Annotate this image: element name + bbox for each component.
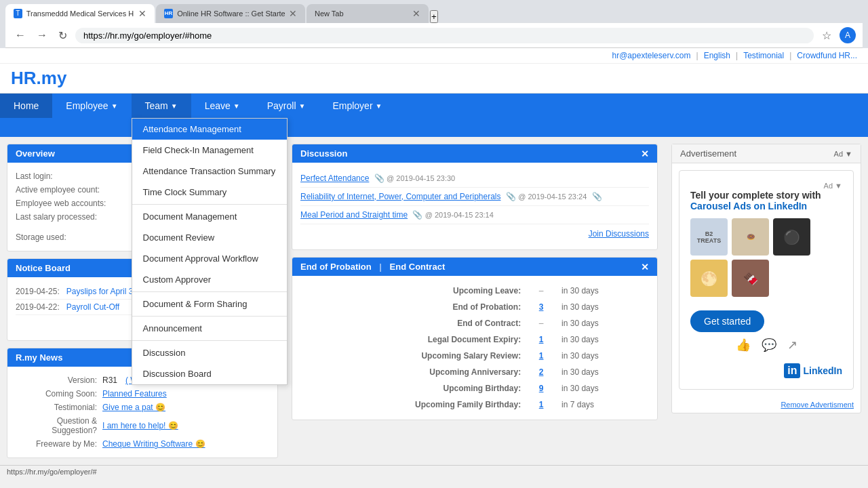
right-panel: Advertisement Ad ▼ Ad ▼ Tell your comple… xyxy=(665,137,868,465)
disc-link-3[interactable]: Meal Period and Straight time xyxy=(300,210,408,220)
disc-entry-2: Reliability of Internet, Power, Computer… xyxy=(300,188,649,206)
upcoming-sep: | xyxy=(379,262,382,272)
upcoming-val-4[interactable]: 1 xyxy=(526,348,556,364)
top-bar-email[interactable]: hr@apexteleserv.com xyxy=(612,51,691,60)
page-highlight-bar xyxy=(0,118,868,137)
nav-home-label: Home xyxy=(14,100,39,111)
new-tab-button[interactable]: + xyxy=(430,10,438,23)
disc-link-2[interactable]: Reliability of Internet, Power, Computer… xyxy=(300,192,500,201)
question-value[interactable]: I am here to help! 😊 xyxy=(102,421,178,430)
news-title: R.my News xyxy=(16,352,62,363)
carousel-img-1: B2TREATS xyxy=(690,218,728,256)
linkedin-logo: in LinkedIn xyxy=(690,358,842,378)
upcoming-title: End Contract xyxy=(390,262,446,272)
share-icon[interactable]: ↗ xyxy=(787,338,797,352)
refresh-button[interactable]: ↻ xyxy=(56,28,70,43)
nav-employee-arrow: ▼ xyxy=(111,102,118,110)
status-bar: https://hr.my/go/employer/# xyxy=(0,465,868,478)
ad-header: Advertisement Ad ▼ xyxy=(672,144,861,163)
upcoming-days-3: in 30 days xyxy=(556,331,649,348)
dd-doc-mgmt[interactable]: Document Management xyxy=(132,206,287,227)
dd-discussion[interactable]: Discussion xyxy=(132,342,287,363)
upcoming-close[interactable]: ✕ xyxy=(641,262,649,272)
carousel-img-3: ⚫ xyxy=(773,218,810,256)
sep3: | xyxy=(789,51,791,60)
disc-link-1[interactable]: Perfect Attendance xyxy=(300,174,369,183)
tab-close-2[interactable]: ✕ xyxy=(289,8,297,19)
dd-attendance-trans[interactable]: Attendance Transaction Summary xyxy=(132,161,287,182)
coming-soon-row: Coming Soon: Planned Features xyxy=(16,387,269,401)
top-bar-english[interactable]: English xyxy=(704,51,730,60)
carousel-visual: B2TREATS 🍩 ⚫ 🌕 🍫 xyxy=(690,218,842,297)
browser-address-bar: ← → ↻ ☆ A xyxy=(5,23,863,48)
linkedin-icon: in xyxy=(784,363,800,378)
discussion-close[interactable]: ✕ xyxy=(641,148,649,159)
comment-icon[interactable]: 💬 xyxy=(762,338,776,352)
coming-soon-label: Coming Soon: xyxy=(16,389,97,399)
nav-employer[interactable]: Employer ▼ xyxy=(319,94,395,118)
nav-leave-label: Leave xyxy=(205,100,231,111)
dd-discussion-board[interactable]: Discussion Board xyxy=(132,363,287,384)
nav-payroll[interactable]: Payroll ▼ xyxy=(254,94,319,118)
main-nav: Home Employee ▼ Team ▼ Attendance Manage… xyxy=(0,94,868,118)
forward-button[interactable]: → xyxy=(34,28,50,43)
notice-link-2[interactable]: Payroll Cut-Off xyxy=(66,302,119,312)
nav-team[interactable]: Team ▼ Attendance Management Field Check… xyxy=(132,94,191,118)
upcoming-val-6[interactable]: 9 xyxy=(526,380,556,396)
dd-doc-review[interactable]: Document Review xyxy=(132,227,287,248)
ad-content: Ad ▼ Tell your complete story with Carou… xyxy=(672,163,861,396)
disc-icon-2: 📎 xyxy=(506,192,516,201)
disc-meta-2: @ 2019-04-15 23:24 xyxy=(518,192,587,201)
upcoming-row-5: Upcoming Anniversary: 2 in 30 days xyxy=(300,364,649,380)
profile-button[interactable]: A xyxy=(840,27,856,43)
nav-home[interactable]: Home xyxy=(0,94,52,118)
upcoming-days-4: in 30 days xyxy=(556,348,649,364)
nav-employee[interactable]: Employee ▼ xyxy=(52,94,131,118)
ad-headline: Tell your complete story with Carousel A… xyxy=(690,190,842,211)
freeware-value[interactable]: Cheque Writing Software 😊 xyxy=(102,439,205,449)
dd-announcement[interactable]: Announcement xyxy=(132,318,287,339)
dd-attendance-mgmt[interactable]: Attendance Management xyxy=(132,119,287,140)
upcoming-row-3: Legal Document Expiry: 1 in 30 days xyxy=(300,331,649,348)
notice-board-title: Notice Board xyxy=(16,263,71,273)
browser-tab-2[interactable]: HR Online HR Software :: Get Starte... ✕ xyxy=(156,4,305,23)
notice-date-2: 2019-04-22: xyxy=(16,302,60,312)
dd-time-clock[interactable]: Time Clock Summary xyxy=(132,182,287,203)
carousel-img-5: 🍫 xyxy=(732,260,769,297)
dd-doc-form-sharing[interactable]: Document & Form Sharing xyxy=(132,293,287,314)
upcoming-val-5[interactable]: 2 xyxy=(526,364,556,380)
web-accounts-label: Employee web accounts: xyxy=(16,199,106,208)
overview-title: Overview xyxy=(16,148,55,159)
middle-panel: Discussion ✕ Perfect Attendance 📎 @ 2019… xyxy=(285,137,665,465)
browser-tab-1[interactable]: T Transmeddd Medical Services HR... ✕ xyxy=(5,4,155,23)
top-bar-testimonial[interactable]: Testimonial xyxy=(743,51,784,60)
nav-leave[interactable]: Leave ▼ xyxy=(191,94,254,118)
linkedin-cta-button[interactable]: Get started xyxy=(690,310,764,332)
like-icon[interactable]: 👍 xyxy=(736,338,751,352)
top-bar-crowdfund[interactable]: Crowdfund HR... xyxy=(797,51,857,60)
coming-soon-value[interactable]: Planned Features xyxy=(102,389,167,399)
dd-field-checkin[interactable]: Field Check-In Management xyxy=(132,140,287,161)
dd-custom-approver[interactable]: Custom Approver xyxy=(132,269,287,290)
bookmark-button[interactable]: ☆ xyxy=(819,28,834,43)
upcoming-val-3[interactable]: 1 xyxy=(526,331,556,348)
upcoming-row-2: End of Contract: – in 30 days xyxy=(300,315,649,331)
disc-entry-3: Meal Period and Straight time 📎 @ 2019-0… xyxy=(300,206,649,224)
ad-label[interactable]: Ad ▼ xyxy=(834,150,852,158)
remove-ad-link[interactable]: Remove Advertisment xyxy=(781,401,854,409)
dd-doc-approval[interactable]: Document Approval Workflow xyxy=(132,248,287,269)
upcoming-val-7[interactable]: 1 xyxy=(526,396,556,413)
tab-close-1[interactable]: ✕ xyxy=(138,8,146,19)
nav-employee-label: Employee xyxy=(66,100,108,111)
tab-close-3[interactable]: ✕ xyxy=(412,8,420,19)
upcoming-val-1[interactable]: 3 xyxy=(526,299,556,315)
upcoming-table: Upcoming Leave: – in 30 days End of Prob… xyxy=(300,283,649,413)
testimonial-news-value[interactable]: Give me a pat 😊 xyxy=(102,403,165,412)
join-discussions-link[interactable]: Join Discussions xyxy=(589,229,649,239)
notice-link-1[interactable]: Payslips for April 30 xyxy=(66,287,138,296)
ad-box: Advertisement Ad ▼ Ad ▼ Tell your comple… xyxy=(671,144,861,413)
browser-tab-3[interactable]: New Tab ✕ xyxy=(307,4,429,23)
url-bar[interactable] xyxy=(75,28,814,43)
back-button[interactable]: ← xyxy=(12,28,28,43)
tab-favicon-2: HR xyxy=(164,9,173,18)
